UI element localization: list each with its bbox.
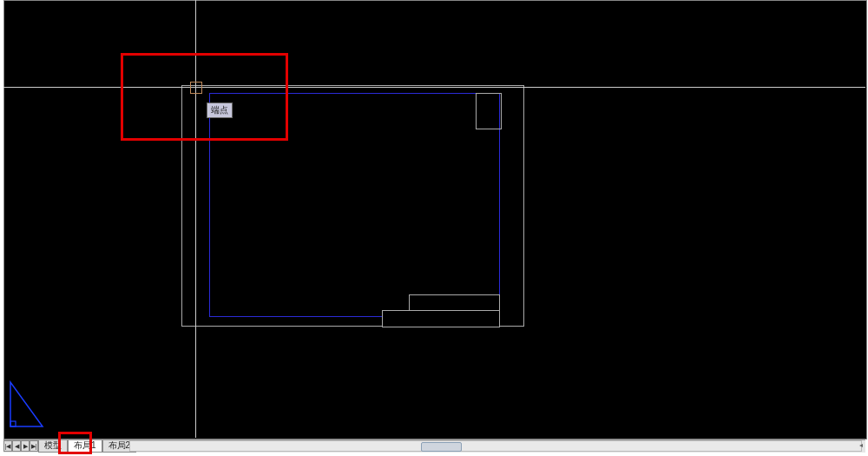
- title-block-top: [476, 93, 502, 129]
- title-block-row-1: [409, 294, 500, 312]
- right-marker: ◂: [859, 441, 863, 449]
- tab-nav-first[interactable]: |◀: [3, 440, 12, 452]
- svg-marker-0: [10, 382, 43, 426]
- title-block-row-2: [382, 310, 500, 327]
- layout-viewport[interactable]: [209, 93, 500, 317]
- tab-nav-buttons: |◀ ◀ ▶ ▶|: [3, 440, 38, 453]
- svg-rect-1: [10, 421, 16, 426]
- ucs-icon: [8, 377, 48, 429]
- scrollbar-thumb[interactable]: [421, 442, 462, 452]
- horizontal-scrollbar[interactable]: [129, 440, 862, 452]
- layout-tabs: 模型 布局1 布局2: [38, 440, 136, 453]
- tab-layout1[interactable]: 布局1: [68, 440, 102, 453]
- layout-tab-bar: |◀ ◀ ▶ ▶| 模型 布局1 布局2: [3, 439, 865, 453]
- tab-nav-prev[interactable]: ◀: [12, 440, 21, 452]
- tab-nav-next[interactable]: ▶: [21, 440, 30, 452]
- tab-model[interactable]: 模型: [38, 440, 68, 453]
- tab-nav-last[interactable]: ▶|: [30, 440, 38, 452]
